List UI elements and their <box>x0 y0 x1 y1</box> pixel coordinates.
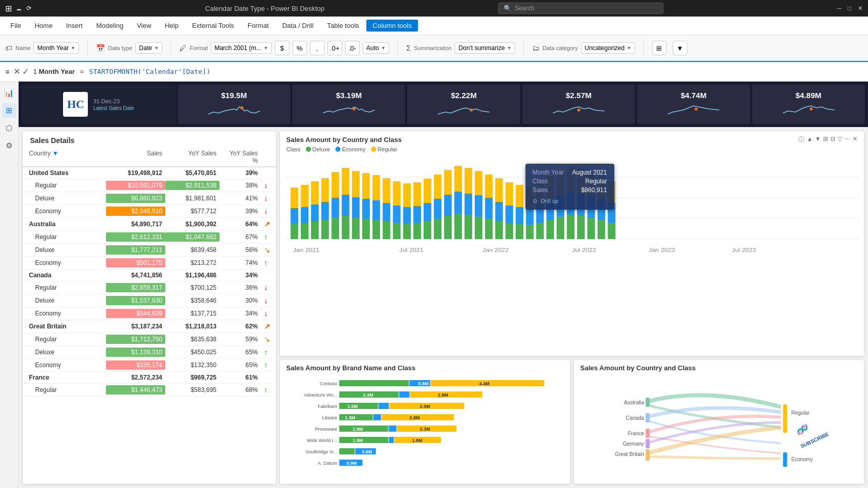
comma-btn[interactable]: , <box>310 41 324 55</box>
table-row[interactable]: United States $19,498,912 $5,470,851 39% <box>23 167 276 179</box>
td-yoy: $5,470,851 <box>165 167 220 179</box>
table-row[interactable]: Australia $4,890,717 $1,900,392 64% ↗ <box>23 218 276 231</box>
menu-table-tools[interactable]: Table tools <box>321 20 365 32</box>
search-bar[interactable]: 🔍 Search <box>498 3 663 14</box>
svg-text:Contoso: Contoso <box>320 381 337 386</box>
table-row[interactable]: Deluxe $1,777,211 $639,458 56% ↘ <box>23 244 276 257</box>
chart-filter-btn[interactable]: ▽ <box>838 135 842 144</box>
svg-rect-49 <box>424 221 431 239</box>
decimal-less-btn[interactable]: .0- <box>345 41 360 55</box>
table-row[interactable]: France $2,572,234 $969,725 61% <box>23 372 276 384</box>
table-row[interactable]: Economy $2,046,910 $577,712 39% ↓ <box>23 205 276 218</box>
menu-data-drill[interactable]: Data / Drill <box>276 20 320 32</box>
percent-btn[interactable]: % <box>292 41 307 55</box>
kpi-card-4[interactable]: $2.57M <box>522 85 635 124</box>
td-pct: 30% <box>220 295 261 306</box>
close-btn[interactable]: ✕ <box>858 5 863 12</box>
td-yoy: $639,458 <box>165 244 220 256</box>
datacategory-icon: 🗂 <box>532 44 539 52</box>
svg-rect-29 <box>352 197 360 217</box>
td-pct: 65% <box>220 347 261 358</box>
menu-insert[interactable]: Insert <box>60 20 89 32</box>
window-restore[interactable]: ⟳ <box>26 5 32 12</box>
td-yoy: $1,981,601 <box>165 193 220 204</box>
menu-external-tools[interactable]: External Tools <box>186 20 240 32</box>
table-row[interactable]: Great Britain $3,187,234 $1,218,013 62% … <box>23 320 276 333</box>
chart-split-btn[interactable]: ⊞ <box>823 135 828 144</box>
table-row[interactable]: Deluxe $1,537,930 $358,646 30% ↓ <box>23 294 276 307</box>
svg-rect-53 <box>434 199 442 218</box>
tooltip-drill-up[interactable]: ⊙ Drill up <box>533 198 607 204</box>
maximize-btn[interactable]: □ <box>848 5 851 12</box>
table-row[interactable]: Canada $4,741,856 $1,196,486 34% <box>23 270 276 281</box>
sep2 <box>171 40 171 56</box>
table-body[interactable]: United States $19,498,912 $5,470,851 39%… <box>23 167 276 484</box>
table-row[interactable]: Regular $2,612,331 $1,047,662 67% ↑ <box>23 231 276 244</box>
td-country: Deluxe <box>26 347 106 358</box>
menu-home[interactable]: Home <box>28 20 59 32</box>
table-row[interactable]: Deluxe $6,860,923 $1,981,601 41% ↓ <box>23 192 276 205</box>
menu-view[interactable]: View <box>131 20 158 32</box>
sidebar-icon-data[interactable]: ⊞ <box>2 103 17 118</box>
svg-rect-126 <box>339 403 378 409</box>
menu-format[interactable]: Format <box>241 20 275 32</box>
grid-view-btn[interactable]: ⊞ <box>652 41 667 55</box>
kpi-card-6[interactable]: $4.89M <box>752 85 865 124</box>
svg-text:Regular: Regular <box>792 410 810 416</box>
svg-text:2.8M: 2.8M <box>438 392 448 398</box>
chart-expand-btn[interactable]: ⊟ <box>830 135 835 144</box>
svg-point-2 <box>470 108 473 112</box>
datacategory-dropdown[interactable]: Uncategorized ▼ <box>581 42 635 54</box>
kpi-card-5[interactable]: $4.74M <box>637 85 750 124</box>
svg-text:Fabrikam: Fabrikam <box>318 404 337 409</box>
kpi-card-2[interactable]: $3.19M <box>292 85 405 124</box>
chevron-down-btn[interactable]: ▼ <box>673 41 687 55</box>
sidebar-icon-report[interactable]: 📊 <box>2 86 17 100</box>
svg-rect-57 <box>444 170 452 195</box>
chart-down-btn[interactable]: ▼ <box>815 135 821 144</box>
kpi-card-logo[interactable]: HC 31-Dec-23 Latest Sales Date <box>22 85 176 124</box>
td-country: United States <box>26 167 106 179</box>
table-row[interactable]: Economy $335,174 $132,350 65% ↑ <box>23 359 276 372</box>
sidebar-icon-model[interactable]: ⬡ <box>2 121 17 135</box>
currency-btn[interactable]: $ <box>275 41 289 55</box>
summarization-dropdown[interactable]: Don't summarize ▼ <box>455 42 515 54</box>
svg-text:Southridge Vi...: Southridge Vi... <box>305 449 337 454</box>
chart-up-btn[interactable]: ▲ <box>807 135 813 144</box>
kpi-value-5: $4.74M <box>680 91 706 100</box>
table-row[interactable]: Regular $2,659,317 $700,125 36% ↓ <box>23 281 276 294</box>
chart-more-btn[interactable]: ⋯ <box>844 135 850 144</box>
kpi-card-1[interactable]: $19.5M <box>178 85 290 124</box>
menu-file[interactable]: File <box>4 20 27 32</box>
decimal-more-btn[interactable]: .0+ <box>328 41 342 55</box>
format-dropdown[interactable]: March 2001 (m... ▼ <box>211 42 272 54</box>
menu-modeling[interactable]: Modeling <box>90 20 130 32</box>
auto-dropdown[interactable]: Auto ▼ <box>363 42 390 54</box>
minimize-btn[interactable]: ─ <box>837 5 842 12</box>
menu-help[interactable]: Help <box>159 20 185 32</box>
table-row[interactable]: Regular $1,712,750 $635,638 59% ↘ <box>23 333 276 346</box>
name-dropdown[interactable]: Month Year ▼ <box>34 42 79 54</box>
svg-text:Great Britain: Great Britain <box>615 451 644 457</box>
datatype-dropdown[interactable]: Date ▼ <box>135 42 162 54</box>
table-row[interactable]: Regular $10,591,079 $2,911,538 38% ↓ <box>23 179 276 192</box>
formula-confirm-btn[interactable]: ✓ <box>22 67 29 76</box>
table-row[interactable]: Regular $1,446,473 $583,695 68% ↑ <box>23 384 276 397</box>
svg-rect-88 <box>556 216 564 239</box>
brand-chart-title: Sales Amount by Brand Name and Class <box>286 364 415 372</box>
table-row[interactable]: Economy $544,609 $137,715 34% ↓ <box>23 307 276 320</box>
kpi-card-3[interactable]: $2.22M <box>407 85 520 124</box>
chart-pin-btn[interactable]: ✕ <box>853 135 858 144</box>
table-row[interactable]: Deluxe $1,139,310 $450,025 65% ↑ <box>23 346 276 359</box>
tooltip-class: Class Regular <box>533 178 607 185</box>
formula-cancel-btn[interactable]: ✕ <box>13 67 20 76</box>
sidebar-icon-dax[interactable]: ⚙ <box>2 138 17 153</box>
table-row[interactable]: Economy $501,175 $213,272 74% ↑ <box>23 257 276 270</box>
svg-rect-97 <box>587 217 595 239</box>
window-minimize[interactable]: 🗕 <box>16 5 22 12</box>
menu-column-tools[interactable]: Column tools <box>366 20 418 32</box>
svg-rect-38 <box>383 203 391 221</box>
chart-info-btn[interactable]: ⓘ <box>798 135 804 144</box>
svg-rect-134 <box>374 414 381 420</box>
formula-buttons: ✕ ✓ <box>13 67 29 76</box>
